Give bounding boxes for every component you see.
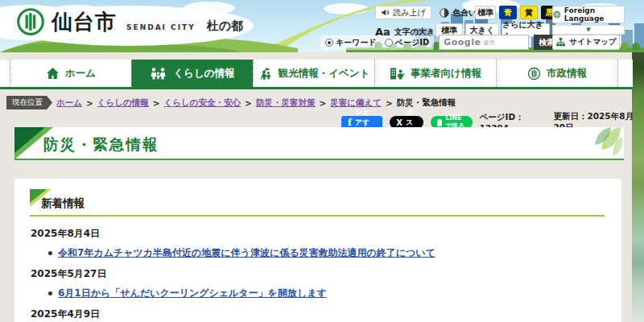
current-location-badge: 現在位置 [6, 96, 52, 109]
tour-flag-icon [258, 67, 273, 80]
chevron-down-icon: ▼ [586, 27, 590, 33]
title-band: 防災・緊急情報 [14, 127, 624, 160]
leaf-decoration [580, 127, 622, 159]
city-name-en: SENDAI CITY [126, 23, 196, 31]
city-emblem-icon [527, 67, 541, 80]
nav-item-business-info[interactable]: 事業者向け情報 [374, 60, 496, 87]
facebook-icon: f [348, 118, 352, 128]
search-type-radios: キーワード ページID [320, 35, 434, 50]
breadcrumb-link-disaster[interactable]: 防災・災害対策 [256, 97, 316, 109]
city-name: 仙台市 [52, 8, 117, 36]
news-date: 2025年8月4日 [31, 227, 100, 241]
google-branding: Google [444, 37, 481, 47]
city-logo[interactable]: 仙台市 SENDAI CITY 杜の都 [16, 7, 243, 36]
home-icon [46, 67, 60, 80]
foreign-language-button[interactable]: Foreign Language [552, 6, 625, 23]
radio-unselected-icon [385, 39, 393, 47]
sitemap-button[interactable]: サイトマップ [552, 35, 620, 50]
background-photo-strip [632, 50, 644, 322]
keyword-radio[interactable]: キーワード [325, 37, 377, 48]
sendai-emblem-icon [16, 7, 45, 36]
site-header: 仙台市 SENDAI CITY 杜の都 読み上げ 色合い変更 標準 青 黄 黒 … [0, 0, 644, 52]
news-item: 令和7年カムチャツカ半島付近の地震に伴う津波に係る災害救助法適用の終了について [48, 246, 436, 260]
nav-item-home[interactable]: ホーム [10, 60, 131, 87]
color-standard-button[interactable]: 標準 [475, 6, 496, 19]
bullet-icon [48, 251, 52, 255]
breadcrumb-link-home[interactable]: ホーム [56, 97, 82, 109]
news-date: 2025年4月9日 [31, 308, 100, 321]
radio-selected-icon [325, 39, 333, 47]
city-tagline: 杜の都 [207, 19, 243, 34]
color-blue-button[interactable]: 青 [499, 6, 517, 19]
speaker-icon [381, 8, 390, 17]
breadcrumb-link-safety[interactable]: くらしの安全・安心 [164, 97, 241, 109]
sitemap-icon [555, 37, 566, 47]
nav-item-living-info[interactable]: くらしの情報 [131, 60, 253, 87]
breadcrumb-link-living[interactable]: くらしの情報 [97, 97, 149, 109]
news-heading-underline [30, 215, 605, 217]
color-change-icon [440, 8, 449, 18]
globe-icon [553, 10, 561, 19]
news-heading: 新着情報 [41, 196, 85, 211]
page-title: 防災・緊急情報 [43, 134, 159, 155]
nav-item-tourism-events[interactable]: 観光情報・イベント [253, 60, 374, 87]
x-icon: X [396, 118, 402, 127]
color-yellow-button[interactable]: 黄 [520, 6, 538, 19]
line-icon [437, 119, 442, 126]
bullet-icon [48, 291, 52, 295]
news-link-cooling-shelter[interactable]: 6月1日から「せんだいクーリングシェルター」を開放します [58, 287, 327, 300]
news-link-tsunami-relief-end[interactable]: 令和7年カムチャツカ半島付近の地震に伴う津波に係る災害救助法適用の終了について [58, 246, 436, 260]
news-section: 新着情報 2025年8月4日 令和7年カムチャツカ半島付近の地震に伴う津波に係る… [14, 179, 621, 322]
read-aloud-label: 読み上げ [393, 7, 425, 19]
global-nav: ホーム くらしの情報 観光情報・イベント [0, 60, 633, 89]
read-aloud-button[interactable]: 読み上げ [375, 6, 431, 19]
search-input[interactable]: Google 提供 [439, 35, 529, 50]
news-item: 6月1日から「せんだいクーリングシェルター」を開放します [48, 287, 327, 300]
business-building-icon [390, 67, 405, 80]
search-bar: キーワード ページID Google 提供 検索 [320, 35, 559, 50]
family-icon [150, 67, 167, 80]
breadcrumb: 現在位置 ホーム > くらしの情報 > くらしの安全・安心 > 防災・災害対策 … [6, 96, 456, 109]
language-dropdown[interactable]: ▼ [552, 25, 625, 35]
news-date: 2025年5月27日 [31, 267, 106, 281]
nav-item-city-government[interactable]: 市政情報 [496, 60, 618, 87]
pageid-radio[interactable]: ページID [385, 37, 430, 48]
